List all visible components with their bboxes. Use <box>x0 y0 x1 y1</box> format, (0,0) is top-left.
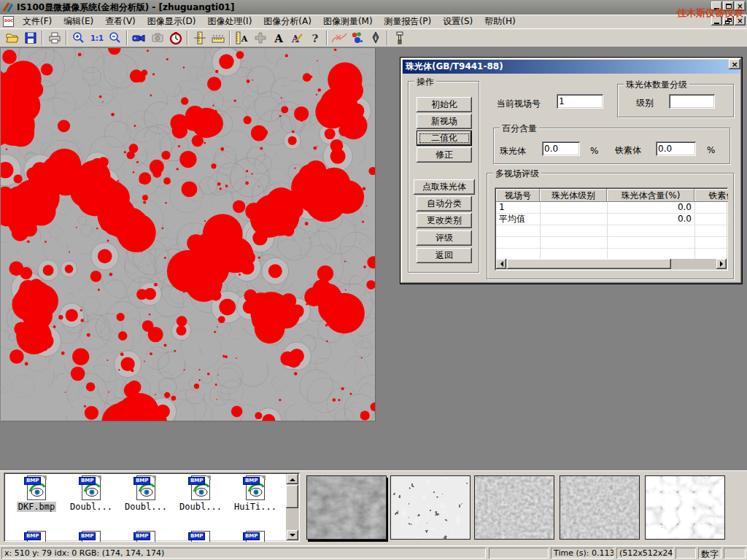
menu-image-measure[interactable]: 图像测量(M) <box>317 14 379 29</box>
photo-camera-button[interactable] <box>148 30 166 46</box>
horizontal-ruler-button[interactable] <box>209 30 227 46</box>
file-listbox[interactable]: BMP DKF.bmp BMP Doubl... <box>4 472 300 542</box>
table-row[interactable]: 平均值 0.0 <box>496 214 728 225</box>
change-class-button[interactable]: 更改类别 <box>417 213 472 228</box>
menu-help[interactable]: 帮助(H) <box>479 14 521 29</box>
scroll-up-icon[interactable] <box>287 474 298 484</box>
table-row[interactable]: 1 0.0 <box>496 202 728 214</box>
actual-size-button[interactable]: 1:1 <box>88 30 106 46</box>
menu-edit[interactable]: 编辑(E) <box>58 14 99 29</box>
thumbnail-4[interactable] <box>560 475 640 540</box>
pearlite-percent-sign: % <box>590 146 598 156</box>
menu-file[interactable]: 文件(F) <box>17 14 58 29</box>
correct-button[interactable]: 修正 <box>417 147 472 163</box>
auto-classify-button[interactable]: 自动分类 <box>417 196 472 211</box>
edit-text-button[interactable]: A <box>287 30 306 46</box>
calibration-button[interactable]: A <box>233 30 251 46</box>
list-item[interactable]: BMP Doubl... <box>175 475 226 512</box>
zoom-in-button[interactable] <box>69 30 88 46</box>
scroll-right-icon[interactable] <box>716 259 727 269</box>
text-label-button[interactable]: A <box>269 30 287 46</box>
move-cross-icon <box>253 31 268 45</box>
file-name[interactable]: DKF.bmp <box>17 502 57 512</box>
col-pearlite-content[interactable]: 珠光体含量(%) <box>607 189 694 202</box>
thumbnail-5[interactable] <box>645 475 725 540</box>
percent-group-label: 百分含量 <box>500 122 539 135</box>
thumbnail-2[interactable] <box>390 475 471 540</box>
menu-settings[interactable]: 设置(S) <box>437 14 479 29</box>
col-field-number[interactable]: 视场号 <box>496 189 540 202</box>
menu-image-display[interactable]: 图像显示(D) <box>142 14 202 29</box>
table-horizontal-scrollbar[interactable] <box>496 259 727 269</box>
col-ferrite-content[interactable]: 铁素体含量(%) <box>694 189 728 202</box>
menu-image-process[interactable]: 图像处理(I) <box>201 14 258 29</box>
move-cross-button[interactable] <box>251 30 269 46</box>
zoom-out-button[interactable] <box>106 30 124 46</box>
video-camera-icon <box>131 31 147 45</box>
list-item[interactable]: BMP Doubl... <box>120 475 171 512</box>
return-button[interactable]: 返回 <box>417 248 472 263</box>
rating-group-label: 多视场评级 <box>493 168 541 180</box>
color-dots-button[interactable] <box>348 30 366 46</box>
new-field-button[interactable]: 新视场 <box>417 114 472 129</box>
brush-button[interactable] <box>390 30 409 46</box>
ferrite-percent-input[interactable] <box>656 141 696 156</box>
list-item[interactable]: BMP <box>175 531 226 542</box>
menu-view[interactable]: 查看(V) <box>99 14 142 29</box>
ferrite-label: 铁素体 <box>615 144 641 157</box>
toolbar: 1:1 <box>0 28 747 47</box>
binarize-button[interactable]: 二值化 <box>417 131 472 146</box>
col-pearlite-grade[interactable]: 珠光体级别 <box>540 189 607 202</box>
pen-button[interactable] <box>366 30 384 46</box>
open-folder-button[interactable] <box>3 30 21 46</box>
pearlite-percent-input[interactable] <box>542 141 580 156</box>
status-mode: 数字 <box>698 548 721 559</box>
list-item[interactable]: BMP <box>11 531 62 542</box>
table-row[interactable] <box>496 237 728 249</box>
file-list-scrollbar[interactable] <box>286 474 298 540</box>
scroll-down-icon[interactable] <box>287 530 298 540</box>
pick-pearlite-button[interactable]: 点取珠光体 <box>414 179 475 195</box>
save-button[interactable] <box>21 30 39 46</box>
file-name[interactable]: HuiTi... <box>233 502 278 512</box>
list-item[interactable]: BMP <box>230 531 281 542</box>
calibration-icon: A <box>235 31 249 45</box>
scroll-left-icon[interactable] <box>496 259 506 269</box>
thumbnail-1[interactable] <box>306 475 387 540</box>
scrollbar-thumb[interactable] <box>286 485 298 508</box>
table-row[interactable] <box>496 225 728 237</box>
document-icon[interactable]: DOC <box>3 16 14 27</box>
dialog-close-icon[interactable]: × <box>729 59 740 69</box>
grade-input[interactable] <box>669 94 715 109</box>
scrollbar-thumb[interactable] <box>507 259 671 269</box>
timer-button[interactable] <box>166 30 185 46</box>
video-camera-button[interactable] <box>130 30 148 46</box>
menu-image-analysis[interactable]: 图像分析(A) <box>258 14 317 29</box>
svg-text:1:1: 1:1 <box>90 34 104 42</box>
file-name[interactable]: Doubl... <box>178 502 223 512</box>
operations-group-label: 操作 <box>414 76 436 88</box>
bmp-file-icon: BMP <box>243 475 268 502</box>
file-name[interactable]: Doubl... <box>123 502 169 512</box>
file-name[interactable]: Doubl... <box>69 502 114 512</box>
svg-text:?: ? <box>311 32 318 45</box>
edit-text-icon: A <box>290 31 304 45</box>
grade-group: 珠光体数量分级 级别 <box>617 84 734 117</box>
list-item[interactable]: BMP <box>66 531 117 542</box>
list-item[interactable]: BMP HuiTi... <box>230 475 281 512</box>
menu-measure-report[interactable]: 测量报告(P) <box>379 14 438 29</box>
vertical-ruler-button[interactable] <box>190 30 209 46</box>
rate-button[interactable]: 评级 <box>417 230 472 246</box>
thumbnail-3[interactable] <box>474 475 554 540</box>
help-button[interactable]: ? <box>306 30 324 46</box>
initialize-button[interactable]: 初始化 <box>417 97 472 112</box>
print-button[interactable] <box>45 30 63 46</box>
list-item[interactable]: BMP Doubl... <box>66 475 117 512</box>
dialog-titlebar[interactable]: 珠光体(GB/T9441-88) <box>403 60 740 74</box>
list-item[interactable]: BMP DKF.bmp <box>11 475 62 512</box>
micrograph-image[interactable] <box>1 48 376 421</box>
grade-group-label: 珠光体数量分级 <box>624 79 689 91</box>
list-item[interactable]: BMP <box>120 531 171 542</box>
curve-tool-button[interactable] <box>330 30 348 46</box>
current-field-input[interactable] <box>557 94 603 109</box>
